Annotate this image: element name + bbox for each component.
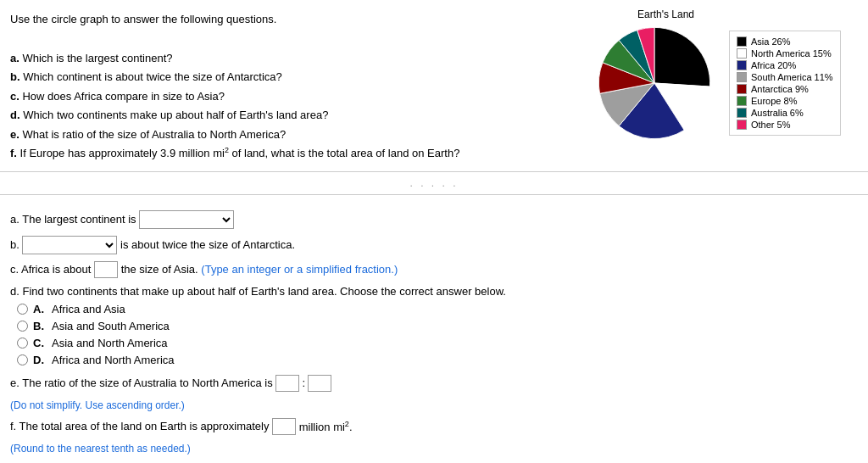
questions-section: Use the circle graph to answer the follo… — [10, 8, 587, 165]
answer-a-label: a. The largest continent is — [10, 213, 136, 226]
option-d-letter: D. — [33, 354, 48, 366]
answer-b-label-post: is about twice the size of Antarctica. — [120, 238, 295, 251]
option-d: D. Africa and North America — [17, 354, 858, 366]
question-d-text: d. Which two continents make up about ha… — [10, 107, 570, 124]
radio-a[interactable] — [17, 304, 28, 315]
answer-a-row: a. The largest continent is Asia Africa … — [10, 210, 858, 229]
option-a-text: Africa and Asia — [52, 303, 125, 315]
legend-label: Other 5% — [751, 120, 790, 130]
ratio-input-1[interactable] — [275, 375, 299, 392]
legend-item: Europe 8% — [737, 96, 833, 106]
question-f-text: f. If Europe has approximately 3.9 milli… — [10, 145, 570, 162]
chart-legend: Asia 26%North America 15%Africa 20%South… — [729, 31, 841, 136]
radio-b[interactable] — [17, 321, 28, 332]
option-a: A. Africa and Asia — [17, 303, 858, 315]
answer-e-row: e. The ratio of the size of Australia to… — [10, 375, 858, 392]
answer-c-hint: (Type an integer or a simplified fractio… — [201, 263, 398, 276]
legend-label: Antarctica 9% — [751, 84, 809, 94]
option-c: C. Asia and North America — [17, 337, 858, 349]
legend-item: Australia 6% — [737, 108, 833, 118]
largest-continent-select[interactable]: Asia Africa North America South America … — [139, 210, 234, 229]
option-c-text: Asia and North America — [52, 337, 168, 349]
question-e-text: e. What is ratio of the size of Australi… — [10, 126, 570, 143]
option-b-text: Asia and South America — [52, 320, 170, 332]
divider: . . . . . — [0, 172, 868, 195]
radio-d[interactable] — [17, 354, 28, 365]
answer-d-label: d. Find two continents that make up abou… — [10, 285, 858, 298]
answer-f-note-row: (Round to the nearest tenth as needed.) — [10, 442, 858, 455]
legend-label: North America 15% — [751, 48, 832, 59]
chart-title: Earth's Land — [637, 8, 694, 20]
question-b-text: b. Which continent is about twice the si… — [10, 69, 570, 86]
chart-section: Earth's Land Asia 26%North America 15%Af… — [587, 8, 858, 165]
legend-color-box — [737, 96, 747, 106]
legend-label: Europe 8% — [751, 96, 797, 106]
legend-label: South America 11% — [751, 72, 833, 82]
answer-e-note: (Do not simplify. Use ascending order.) — [10, 399, 185, 411]
option-b: B. Asia and South America — [17, 320, 858, 332]
legend-label: Australia 6% — [751, 108, 804, 118]
colon-separator: : — [302, 377, 305, 389]
legend-item: South America 11% — [737, 72, 833, 82]
legend-color-box — [737, 36, 747, 47]
question-a-text: a. Which is the largest continent? — [10, 50, 570, 67]
legend-color-box — [737, 48, 747, 59]
intro-text: Use the circle graph to answer the follo… — [10, 11, 570, 28]
answer-f-row: f. The total area of the land on Earth i… — [10, 418, 858, 435]
africa-fraction-input[interactable] — [94, 261, 118, 278]
question-c-text: c. How does Africa compare in size to As… — [10, 88, 570, 105]
answer-b-row: b. Asia Africa North America South Ameri… — [10, 236, 858, 254]
answer-e-label-pre: e. The ratio of the size of Australia to… — [10, 377, 273, 389]
answer-d-options: A. Africa and Asia B. Asia and South Ame… — [17, 303, 858, 366]
legend-label: Africa 20% — [751, 60, 796, 70]
option-c-letter: C. — [33, 337, 48, 349]
divider-dots: . . . . . — [409, 177, 458, 189]
legend-color-box — [737, 60, 747, 70]
answer-e-note-row: (Do not simplify. Use ascending order.) — [10, 399, 858, 411]
legend-color-box — [737, 72, 747, 82]
twice-antarctica-select[interactable]: Asia Africa North America South America … — [22, 236, 117, 254]
answer-f-note: (Round to the nearest tenth as needed.) — [10, 443, 191, 455]
answer-section: a. The largest continent is Asia Africa … — [0, 195, 868, 463]
legend-label: Asia 26% — [751, 36, 790, 47]
option-a-letter: A. — [33, 303, 48, 315]
legend-item: Other 5% — [737, 120, 833, 130]
legend-item: Africa 20% — [737, 60, 833, 70]
legend-color-box — [737, 120, 747, 130]
option-b-letter: B. — [33, 320, 48, 332]
answer-c-label-pre: c. Africa is about — [10, 263, 91, 276]
answer-b-label-pre: b. — [10, 238, 19, 251]
legend-item: Antarctica 9% — [737, 84, 833, 94]
ratio-input-2[interactable] — [308, 375, 331, 392]
answer-c-label-post: the size of Asia. — [121, 263, 198, 276]
total-area-input[interactable] — [272, 418, 296, 435]
chart-container: Asia 26%North America 15%Africa 20%South… — [587, 24, 841, 142]
radio-c[interactable] — [17, 337, 28, 349]
legend-item: North America 15% — [737, 48, 833, 59]
legend-color-box — [737, 84, 747, 94]
option-d-text: Africa and North America — [52, 354, 175, 366]
answer-d-row: d. Find two continents that make up abou… — [10, 285, 858, 366]
pie-chart — [587, 24, 722, 142]
ratio-inputs: : — [275, 375, 331, 392]
legend-item: Asia 26% — [737, 36, 833, 47]
answer-f-label-pre: f. The total area of the land on Earth i… — [10, 420, 269, 432]
legend-color-box — [737, 108, 747, 118]
answer-f-label-mid: million mi2. — [299, 420, 353, 433]
answer-c-row: c. Africa is about the size of Asia. (Ty… — [10, 261, 858, 278]
